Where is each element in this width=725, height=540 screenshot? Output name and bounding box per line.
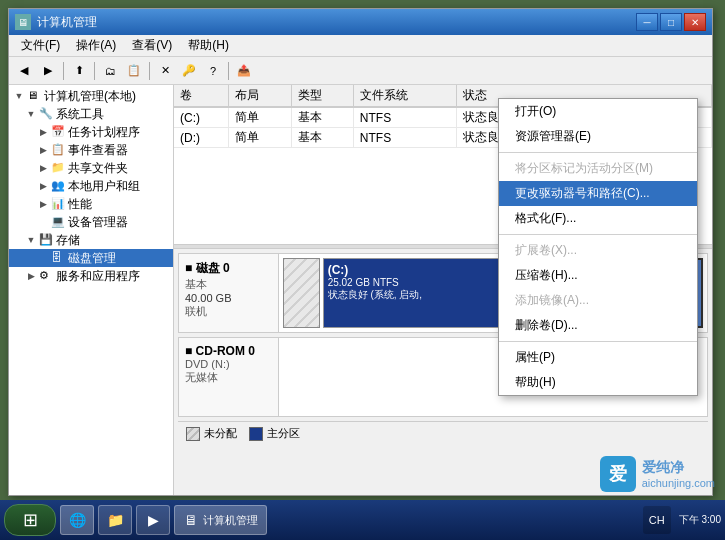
tree-item-services[interactable]: ▶ ⚙ 服务和应用程序 — [9, 267, 173, 285]
expand-icon[interactable]: ▼ — [25, 234, 37, 246]
ctx-open[interactable]: 打开(O) — [499, 99, 697, 124]
expand-icon[interactable]: ▶ — [37, 198, 49, 210]
export-button[interactable]: 📤 — [233, 60, 255, 82]
col-type[interactable]: 类型 — [291, 85, 353, 107]
legend-color-primary — [249, 427, 263, 441]
legend-label-primary: 主分区 — [267, 426, 300, 441]
show-hide-button[interactable]: 🗂 — [99, 60, 121, 82]
forward-button[interactable]: ▶ — [37, 60, 59, 82]
disk-icon: 🗄 — [51, 251, 65, 265]
watermark-text: 爱纯净 aichunjing.com — [642, 459, 715, 489]
ctx-explorer[interactable]: 资源管理器(E) — [499, 124, 697, 149]
ctx-change-drive[interactable]: 更改驱动器号和路径(C)... — [499, 181, 697, 206]
close-button[interactable]: ✕ — [684, 13, 706, 31]
partition-unalloc[interactable] — [283, 258, 320, 328]
tree-item-storage[interactable]: ▼ 💾 存储 — [9, 231, 173, 249]
sys-tray: CH — [643, 506, 671, 534]
disk-size: 40.00 GB — [185, 292, 272, 304]
disk-label-0: ■ 磁盘 0 基本 40.00 GB 联机 — [179, 254, 279, 332]
taskbar-folder-icon: 📁 — [107, 512, 123, 528]
watermark-brand: 爱纯净 — [642, 459, 715, 477]
tree-label: 系统工具 — [56, 106, 104, 123]
tree-item-scheduler[interactable]: ▶ 📅 任务计划程序 — [9, 123, 173, 141]
taskbar-right: CH 下午 3:00 — [643, 506, 721, 534]
tree-label: 本地用户和组 — [68, 178, 140, 195]
delete-button[interactable]: ✕ — [154, 60, 176, 82]
up-button[interactable]: ⬆ — [68, 60, 90, 82]
expand-icon[interactable]: ▼ — [25, 108, 37, 120]
computer-icon: 🖥 — [27, 89, 41, 103]
expand-icon[interactable]: ▶ — [37, 162, 49, 174]
legend-primary: 主分区 — [249, 426, 300, 441]
expand-icon[interactable]: ▼ — [13, 90, 25, 102]
cell-vol: (D:) — [174, 128, 229, 148]
ctx-format[interactable]: 格式化(F)... — [499, 206, 697, 231]
cell-layout: 简单 — [229, 128, 291, 148]
taskbar-media-icon: ▶ — [145, 512, 161, 528]
back-button[interactable]: ◀ — [13, 60, 35, 82]
expand-icon[interactable]: ▶ — [37, 180, 49, 192]
ctx-delete[interactable]: 删除卷(D)... — [499, 313, 697, 338]
scheduler-icon: 📅 — [51, 125, 65, 139]
expand-icon[interactable]: ▶ — [25, 270, 37, 282]
ctx-shrink[interactable]: 压缩卷(H)... — [499, 263, 697, 288]
ctx-properties[interactable]: 属性(P) — [499, 345, 697, 370]
tree-item-users[interactable]: ▶ 👥 本地用户和组 — [9, 177, 173, 195]
list-button[interactable]: 📋 — [123, 60, 145, 82]
tree-label: 磁盘管理 — [68, 250, 116, 267]
expand-icon[interactable] — [37, 252, 49, 264]
tree-item-shared-folder[interactable]: ▶ 📁 共享文件夹 — [9, 159, 173, 177]
taskbar-ie-icon: 🌐 — [69, 512, 85, 528]
tree-label: 服务和应用程序 — [56, 268, 140, 285]
menu-file[interactable]: 文件(F) — [13, 35, 68, 56]
window-icon: 🖥 — [15, 14, 31, 30]
title-bar: 🖥 计算机管理 ─ □ ✕ — [9, 9, 712, 35]
watermark-site: aichunjing.com — [642, 477, 715, 489]
tree-label: 事件查看器 — [68, 142, 128, 159]
taskbar-app-ie[interactable]: 🌐 — [60, 505, 94, 535]
menu-action[interactable]: 操作(A) — [68, 35, 124, 56]
tree-panel[interactable]: ▼ 🖥 计算机管理(本地) ▼ 🔧 系统工具 ▶ 📅 任务计划程序 ▶ 📋 事件… — [9, 85, 174, 495]
tree-label: 存储 — [56, 232, 80, 249]
folder-icon: 📁 — [51, 161, 65, 175]
disk-name: ■ 磁盘 0 — [185, 260, 272, 277]
expand-icon[interactable]: ▶ — [37, 144, 49, 156]
ctx-help[interactable]: 帮助(H) — [499, 370, 697, 395]
toolbar-sep-3 — [149, 62, 150, 80]
tray-clock: 下午 3:00 — [679, 513, 721, 527]
tree-item-disk-management[interactable]: 🗄 磁盘管理 — [9, 249, 173, 267]
perf-icon: 📊 — [51, 197, 65, 211]
window-title: 计算机管理 — [37, 14, 636, 31]
event-icon: 📋 — [51, 143, 65, 157]
ctx-extend: 扩展卷(X)... — [499, 238, 697, 263]
watermark-logo: 爱 — [600, 456, 636, 492]
col-layout[interactable]: 布局 — [229, 85, 291, 107]
taskbar-app-folder[interactable]: 📁 — [98, 505, 132, 535]
device-icon: 💻 — [51, 215, 65, 229]
tree-root[interactable]: ▼ 🖥 计算机管理(本地) — [9, 87, 173, 105]
tree-item-device-manager[interactable]: 💻 设备管理器 — [9, 213, 173, 231]
taskbar-app-label: 计算机管理 — [203, 513, 258, 528]
taskbar-app-media[interactable]: ▶ — [136, 505, 170, 535]
maximize-button[interactable]: □ — [660, 13, 682, 31]
ctx-sep-3 — [499, 341, 697, 342]
ctx-sep-1 — [499, 152, 697, 153]
col-volume[interactable]: 卷 — [174, 85, 229, 107]
cell-type: 基本 — [291, 128, 353, 148]
minimize-button[interactable]: ─ — [636, 13, 658, 31]
tree-item-system-tools[interactable]: ▼ 🔧 系统工具 — [9, 105, 173, 123]
toolbar-sep-1 — [63, 62, 64, 80]
tree-item-performance[interactable]: ▶ 📊 性能 — [9, 195, 173, 213]
taskbar-app-computer[interactable]: 🖥 计算机管理 — [174, 505, 267, 535]
menu-help[interactable]: 帮助(H) — [180, 35, 237, 56]
menu-view[interactable]: 查看(V) — [124, 35, 180, 56]
expand-icon[interactable] — [37, 216, 49, 228]
expand-icon[interactable]: ▶ — [37, 126, 49, 138]
tree-item-event-viewer[interactable]: ▶ 📋 事件查看器 — [9, 141, 173, 159]
menu-bar: 文件(F) 操作(A) 查看(V) 帮助(H) — [9, 35, 712, 57]
properties-button[interactable]: 🔑 — [178, 60, 200, 82]
start-button[interactable]: ⊞ — [4, 504, 56, 536]
col-fs[interactable]: 文件系统 — [353, 85, 456, 107]
help-button[interactable]: ? — [202, 60, 224, 82]
ctx-mark-active: 将分区标记为活动分区(M) — [499, 156, 697, 181]
